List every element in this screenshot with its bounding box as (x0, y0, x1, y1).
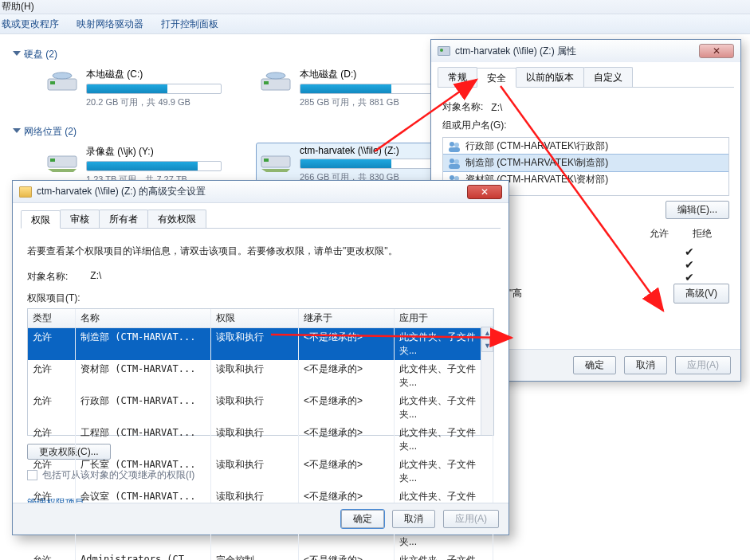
object-name-label: 对象名称: (442, 100, 483, 114)
svg-point-2 (53, 72, 72, 79)
permission-cell-name: Administrators (CT... (76, 551, 211, 560)
drive-d[interactable]: 本地磁盘 (D:) 285 GB 可用，共 881 GB (260, 68, 442, 108)
drive-c[interactable]: 本地磁盘 (C:) 20.2 GB 可用，共 49.9 GB (46, 68, 228, 108)
object-name-label: 对象名称: (27, 270, 68, 284)
drive-z-bar (300, 159, 435, 169)
permission-cell-apply: 此文件夹、子文件夹... (395, 551, 493, 560)
object-name-value: Z:\ (90, 270, 101, 284)
cancel-button[interactable]: 取消 (392, 510, 435, 528)
tab-previous-versions[interactable]: 以前的版本 (516, 67, 584, 87)
advanced-security-dialog: ctm-harvatek (\\file) (Z:) 的高级安全设置 ✕ 权限 … (12, 180, 509, 535)
permission-cell-name: 制造部 (CTM-HARVAT... (76, 328, 211, 360)
perm-deny-header: 拒绝 (693, 227, 712, 241)
permission-row[interactable]: 允许厂长室 (CTM-HARVAT...读取和执行<不是继承的>此文件夹、子文件… (28, 456, 493, 488)
close-button[interactable]: ✕ (467, 185, 502, 199)
permission-row[interactable]: 允许Administrators (CT...完全控制<不是继承的>此文件夹、子… (28, 551, 493, 560)
col-type[interactable]: 类型 (28, 309, 76, 327)
permission-cell-apply: 此文件夹、子文件夹... (395, 424, 493, 456)
drive-d-bar (300, 84, 435, 94)
permission-row[interactable]: 允许资材部 (CTM-HARVAT...读取和执行<不是继承的>此文件夹、子文件… (28, 360, 493, 392)
permission-cell-inh: <不是继承的> (299, 424, 395, 456)
apply-button[interactable]: 应用(A) (443, 510, 499, 528)
advanced-note: 若要查看某个权限项目的详细信息，请双击该项目。若要修改权限，请单击"更改权限"。 (27, 243, 494, 259)
menu-help[interactable]: 帮助(H) (2, 1, 34, 12)
tab-permissions[interactable]: 权限 (21, 210, 61, 229)
permission-cell-perm: 完全控制 (211, 551, 299, 560)
permission-cell-inh: <不是继承的> (299, 456, 395, 488)
advanced-footer: 确定 取消 应用(A) (13, 503, 509, 535)
permission-cell-type: 允许 (28, 456, 76, 488)
tab-auditing[interactable]: 审核 (60, 210, 100, 228)
perm-allow-header: 允许 (650, 227, 669, 241)
svg-rect-12 (449, 147, 460, 152)
svg-rect-15 (449, 164, 460, 169)
col-permission[interactable]: 权限 (211, 309, 299, 327)
svg-point-5 (266, 72, 285, 79)
svg-rect-4 (264, 81, 269, 84)
permission-cell-name: 工程部 (CTM-HARVAT... (76, 424, 211, 456)
scroll-down[interactable]: ▼ (481, 339, 493, 352)
permission-cell-perm: 读取和执行 (211, 424, 299, 456)
toolbar-control-panel[interactable]: 打开控制面板 (161, 18, 218, 31)
properties-tabs: 常规 安全 以前的版本 自定义 (438, 67, 734, 88)
group-icon (448, 140, 461, 153)
permission-cell-name: 厂长室 (CTM-HARVAT... (76, 456, 211, 488)
group-item[interactable]: 行政部 (CTM-HARVATEK\行政部) (443, 138, 728, 155)
explorer-toolbar: 载或更改程序 映射网络驱动器 打开控制面板 (0, 14, 750, 34)
permission-list[interactable]: 类型 名称 权限 继承于 应用于 允许制造部 (CTM-HARVAT...读取和… (27, 308, 494, 436)
drive-icon (260, 69, 292, 96)
drive-c-stat: 20.2 GB 可用，共 49.9 GB (86, 96, 228, 108)
permission-cell-perm: 读取和执行 (211, 360, 299, 392)
drive-z-name: ctm-harvatek (\\file) (Z:) (300, 145, 435, 156)
svg-rect-9 (264, 159, 269, 162)
permission-cell-inh: <不是继承的> (299, 551, 395, 560)
advanced-titlebar[interactable]: ctm-harvatek (\\file) (Z:) 的高级安全设置 ✕ (13, 181, 509, 203)
permission-cell-apply: 此文件夹、子文件夹... (395, 328, 493, 360)
close-icon: ✕ (481, 186, 489, 198)
svg-rect-1 (50, 81, 55, 84)
permission-row[interactable]: 允许工程部 (CTM-HARVAT...读取和执行<不是继承的>此文件夹、子文件… (28, 424, 493, 456)
toolbar-uninstall[interactable]: 载或更改程序 (2, 18, 59, 31)
advanced-button[interactable]: 高级(V) (673, 284, 729, 303)
group-item[interactable]: 制造部 (CTM-HARVATEK\制造部) (443, 155, 728, 171)
ok-button[interactable]: 确定 (573, 356, 616, 374)
svg-point-14 (454, 159, 459, 164)
folder-icon (19, 186, 32, 198)
permission-cell-name: 行政部 (CTM-HARVAT... (76, 392, 211, 424)
permission-row[interactable]: 允许行政部 (CTM-HARVAT...读取和执行<不是继承的>此文件夹、子文件… (28, 392, 493, 424)
tab-security[interactable]: 安全 (477, 68, 516, 88)
properties-title: ctm-harvatek (\\file) (Z:) 属性 (455, 45, 699, 58)
cancel-button[interactable]: 取消 (624, 356, 667, 374)
tab-effective[interactable]: 有效权限 (147, 210, 206, 228)
col-name[interactable]: 名称 (76, 309, 211, 327)
group-item-label: 行政部 (CTM-HARVATEK\行政部) (465, 139, 608, 153)
section-disks-title: 硬盘 (2) (24, 49, 57, 60)
tab-general[interactable]: 常规 (438, 67, 477, 87)
edit-button[interactable]: 编辑(E)... (666, 201, 729, 219)
drive-c-bar (86, 84, 222, 94)
properties-titlebar[interactable]: ctm-harvatek (\\file) (Z:) 属性 ✕ (431, 40, 740, 62)
permission-cell-type: 允许 (28, 360, 76, 392)
close-button[interactable]: ✕ (699, 44, 734, 58)
permission-cell-name: 资材部 (CTM-HARVAT... (76, 360, 211, 392)
col-inherited[interactable]: 继承于 (299, 309, 395, 327)
menubar: 帮助(H) (0, 0, 750, 14)
check-icon: ✔ (685, 272, 694, 283)
check-icon: ✔ (685, 259, 694, 270)
close-icon: ✕ (713, 45, 721, 57)
permission-row[interactable]: 允许制造部 (CTM-HARVAT...读取和执行<不是继承的>此文件夹、子文件… (28, 328, 493, 360)
svg-point-16 (450, 175, 454, 180)
tab-owner[interactable]: 所有者 (99, 210, 148, 228)
perm-list-label: 权限项目(T): (27, 292, 494, 305)
scroll-up[interactable]: ▲ (481, 327, 493, 339)
perm-allow-checks: ✔ ✔ ✔ (666, 246, 713, 283)
col-apply[interactable]: 应用于 (395, 309, 493, 327)
scrollbar[interactable]: ▲ ▼ (481, 327, 493, 435)
apply-button[interactable]: 应用(A) (675, 356, 731, 374)
tab-custom[interactable]: 自定义 (583, 67, 633, 87)
permission-cell-apply: 此文件夹、子文件夹... (395, 456, 493, 488)
drive-icon (438, 46, 450, 56)
ok-button[interactable]: 确定 (341, 510, 384, 528)
svg-point-11 (454, 143, 459, 147)
toolbar-map-drive[interactable]: 映射网络驱动器 (77, 18, 143, 31)
